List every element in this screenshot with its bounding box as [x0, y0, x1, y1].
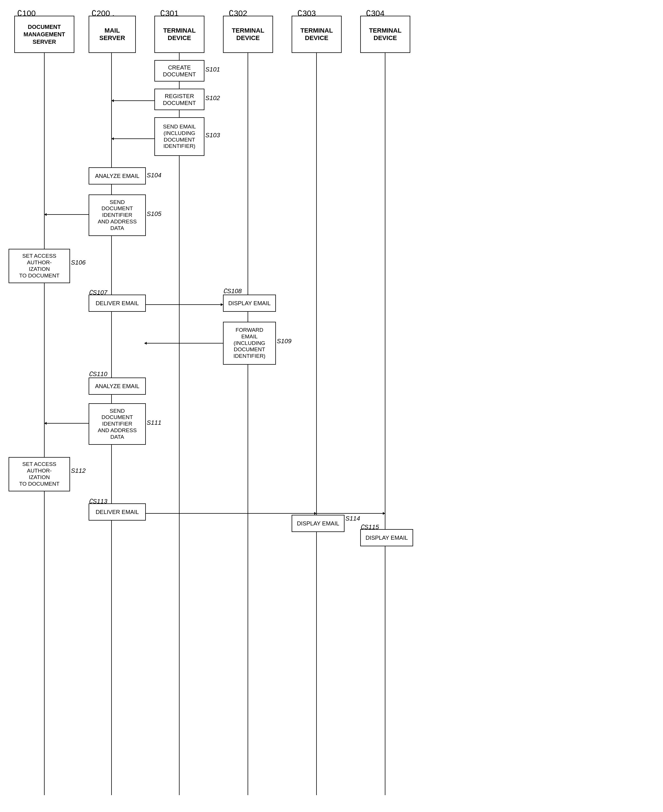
step-label-s112: S112 — [71, 467, 86, 475]
step-label-s101: S101 — [205, 66, 220, 73]
step-s103: SEND EMAIL (INCLUDING DOCUMENT IDENTIFIE… — [154, 117, 204, 156]
step-s105: SEND DOCUMENT IDENTIFIER AND ADDRESS DAT… — [89, 194, 146, 236]
step-label-s108: ∁S108 — [223, 287, 242, 295]
svg-marker-19 — [314, 512, 317, 515]
step-label-s105: S105 — [147, 210, 161, 218]
entity-t303: TERMINAL DEVICE — [292, 16, 342, 53]
step-s111: SEND DOCUMENT IDENTIFIER AND ADDRESS DAT… — [89, 403, 146, 445]
step-label-s106: S106 — [71, 259, 86, 266]
step-s113: DELIVER EMAIL — [89, 503, 146, 520]
step-label-s111: S111 — [147, 419, 161, 426]
entity-t304: TERMINAL DEVICE — [360, 16, 410, 53]
svg-marker-11 — [44, 213, 47, 216]
step-s110: ANALYZE EMAIL — [89, 378, 146, 395]
step-s106: SET ACCESS AUTHOR- IZATION TO DOCUMENT — [8, 249, 70, 283]
svg-marker-15 — [144, 342, 147, 345]
entity-dms: DOCUMENT MANAGEMENT SERVER — [14, 16, 74, 53]
svg-marker-21 — [383, 512, 385, 515]
svg-marker-17 — [44, 422, 47, 425]
step-s101: CREATE DOCUMENT — [154, 60, 204, 81]
step-s109: FORWARD EMAIL (INCLUDING DOCUMENT IDENTI… — [223, 322, 276, 365]
step-s112: SET ACCESS AUTHOR- IZATION TO DOCUMENT — [8, 457, 70, 491]
step-label-s114: S114 — [345, 515, 360, 522]
step-s108: DISPLAY EMAIL — [223, 295, 276, 312]
step-label-s109: S109 — [277, 337, 291, 345]
svg-marker-7 — [112, 99, 114, 102]
step-label-s102: S102 — [205, 94, 220, 102]
step-s115: DISPLAY EMAIL — [360, 529, 413, 546]
svg-marker-13 — [221, 303, 223, 306]
step-s102: REGISTER DOCUMENT — [154, 89, 204, 110]
step-s104: ANALYZE EMAIL — [89, 167, 146, 185]
entity-t301: TERMINAL DEVICE — [154, 16, 204, 53]
svg-marker-9 — [112, 137, 114, 140]
step-label-s104: S104 — [147, 172, 161, 179]
step-label-s110: ∁S110 — [89, 370, 107, 378]
entity-mail: MAIL SERVER — [89, 16, 136, 53]
entity-t302: TERMINAL DEVICE — [223, 16, 273, 53]
step-s107: DELIVER EMAIL — [89, 295, 146, 312]
step-s114: DISPLAY EMAIL — [292, 515, 344, 532]
sequence-diagram: ∁100 ∁200 . ∁301 ∁302 ∁303 ∁304 DOCUMENT… — [0, 0, 663, 812]
step-label-s103: S103 — [205, 131, 220, 139]
